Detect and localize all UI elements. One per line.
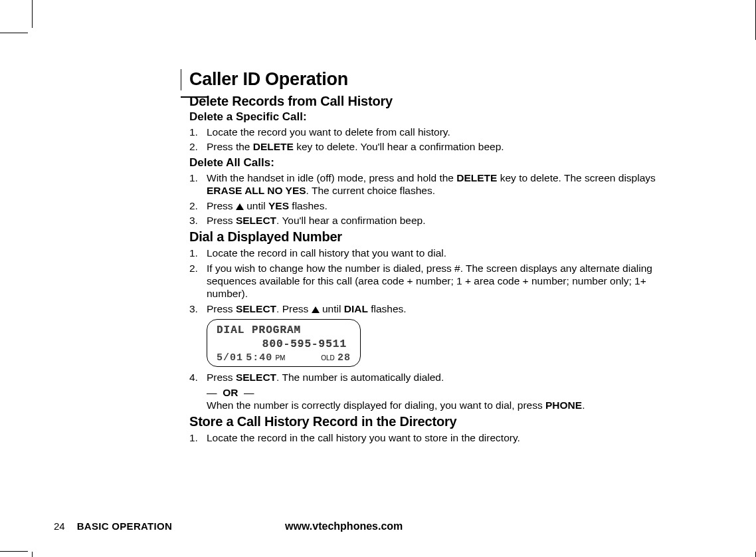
lcd-old: OLD [321, 354, 335, 362]
lcd-line-2: 800-595-9511 [217, 338, 351, 352]
step-text: Press until YES flashes. [207, 199, 686, 212]
step-text: Press the DELETE key to delete. You'll h… [207, 140, 686, 153]
crop-mark [32, 0, 33, 28]
svg-marker-0 [236, 203, 244, 210]
crop-mark [32, 552, 33, 557]
crop-mark [0, 551, 28, 552]
delete-records-heading: Delete Records from Call History [189, 94, 686, 109]
step-number: 1. [189, 247, 207, 259]
list-item: 1. Locate the record you want to delete … [189, 126, 686, 138]
step-number: 2. [189, 262, 207, 300]
step-text: Locate the record you want to delete fro… [207, 126, 686, 138]
step-or: — OR — [207, 386, 686, 399]
page-title: Caller ID Operation [189, 69, 686, 90]
lcd-time: 5:40 [246, 352, 272, 364]
lcd-line-3: 5/01 5:40 PM OLD 28 [217, 352, 351, 364]
crop-mark [0, 33, 28, 33]
step-number: 1. [189, 171, 207, 197]
step-number: 3. [189, 214, 207, 227]
step-text: Press SELECT. The number is automaticall… [207, 371, 686, 384]
step-text: Locate the record in the call history yo… [207, 431, 686, 444]
list-item: 4. Press SELECT. The number is automatic… [189, 371, 686, 384]
step-text: With the handset in idle (off) mode, pre… [207, 171, 686, 197]
footer-section: BASIC OPERATION [77, 520, 172, 532]
lcd-date: 5/01 [217, 352, 243, 364]
list-item: 1. Locate the record in call history tha… [189, 247, 686, 259]
list-item: 3. Press SELECT. Press until DIAL flashe… [189, 302, 686, 315]
step-alt: When the number is correctly displayed f… [207, 399, 686, 411]
footer: 24 BASIC OPERATION www.vtechphones.com [54, 520, 638, 532]
step-text: Locate the record in call history that y… [207, 247, 686, 259]
step-text: Press SELECT. Press until DIAL flashes. [207, 302, 686, 315]
page-number: 24 [54, 520, 65, 532]
dial-heading: Dial a Displayed Number [189, 229, 686, 245]
lcd-ampm: PM [275, 354, 285, 362]
footer-url: www.vtechphones.com [285, 520, 403, 532]
store-heading: Store a Call History Record in the Direc… [189, 414, 686, 429]
lcd-line-1: DIAL PROGRAM [217, 324, 351, 338]
step-number: 1. [189, 126, 207, 138]
delete-specific-heading: Delete a Specific Call: [189, 110, 686, 124]
delete-all-heading: Delete All Calls: [189, 156, 686, 169]
list-item: 1. With the handset in idle (off) mode, … [189, 171, 686, 197]
list-item: 1. Locate the record in the call history… [189, 431, 686, 444]
up-arrow-icon [312, 306, 320, 313]
up-arrow-icon [236, 203, 244, 210]
step-number: 1. [189, 431, 207, 444]
content: Caller ID Operation Delete Records from … [181, 69, 686, 447]
step-text: Press SELECT. You'll hear a confirmation… [207, 214, 686, 227]
step-number: 3. [189, 302, 207, 315]
step-text: If you wish to change how the number is … [207, 262, 686, 300]
list-item: 2. Press until YES flashes. [189, 199, 686, 212]
lcd-display: DIAL PROGRAM 800-595-9511 5/01 5:40 PM O… [207, 319, 686, 367]
step-number: 2. [189, 199, 207, 212]
lcd-count: 28 [337, 352, 351, 364]
svg-marker-1 [312, 306, 320, 313]
step-number: 4. [189, 371, 207, 384]
step-number: 2. [189, 140, 207, 153]
list-item: 3. Press SELECT. You'll hear a confirmat… [189, 214, 686, 227]
list-item: 2. If you wish to change how the number … [189, 262, 686, 300]
list-item: 2. Press the DELETE key to delete. You'l… [189, 140, 686, 153]
